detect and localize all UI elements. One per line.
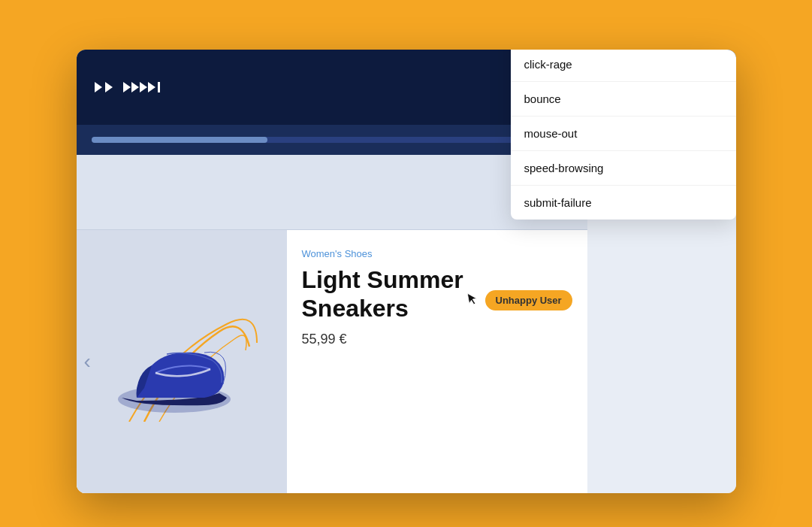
cursor-badge-container: Unhappy User (467, 290, 572, 310)
skip-icon-2 (131, 82, 139, 92)
skip-end-button[interactable] (123, 82, 160, 92)
filter-dropdown-menu: Friction Events click-error click-rage b… (511, 50, 736, 220)
shoe-illustration (99, 301, 264, 422)
skip-icon-1 (123, 82, 131, 92)
skip-icon-3 (140, 82, 147, 92)
browser-window: ✓ ★ Add filter Friction Events click-err… (77, 50, 736, 493)
filter-item-click-rage[interactable]: click-rage (511, 50, 736, 82)
prev-arrow-icon[interactable]: ‹ (84, 350, 91, 374)
filter-item-submit-failure[interactable]: submit-failure (511, 186, 736, 220)
play-icon (95, 82, 102, 92)
product-category: Women's Shoes (302, 248, 572, 259)
product-info: Unhappy User Women's Shoes Light Summer … (287, 230, 587, 493)
skip-icon-4 (148, 82, 155, 92)
product-bottom: ‹ (77, 230, 587, 493)
play-icon-2 (105, 82, 113, 92)
nav-bar: ✓ ★ Add filter Friction Events click-err… (77, 50, 736, 125)
skip-bar (158, 82, 160, 92)
filter-dropdown-container: Add filter Friction Events click-error c… (511, 50, 736, 220)
filter-item-bounce[interactable]: bounce (511, 82, 736, 117)
nav-right-icons: ✓ ★ Add filter Friction Events click-err… (630, 75, 718, 99)
product-price: 55,99 € (302, 332, 572, 347)
unhappy-user-badge: Unhappy User (485, 290, 572, 310)
nav-controls (95, 82, 160, 92)
play-button[interactable] (95, 82, 113, 92)
filter-item-speed-browsing[interactable]: speed-browsing (511, 151, 736, 186)
timeline-progress (92, 137, 268, 143)
cursor-icon (465, 289, 480, 310)
product-image-area: ‹ (77, 230, 287, 493)
filter-item-mouse-out[interactable]: mouse-out (511, 117, 736, 151)
